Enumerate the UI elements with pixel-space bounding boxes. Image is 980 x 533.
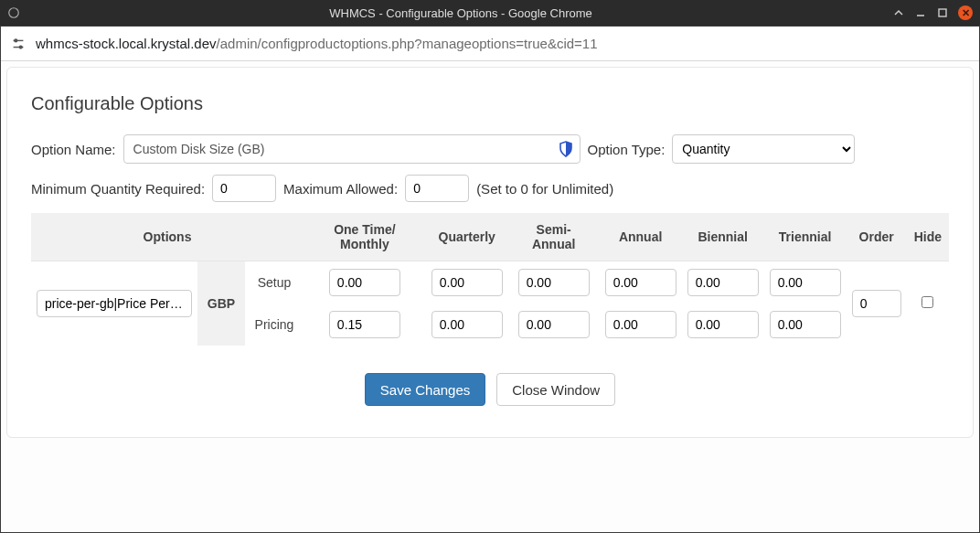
col-semi: Semi-Annual	[508, 213, 600, 261]
window-title: WHMCS - Configurable Options - Google Ch…	[29, 6, 892, 20]
address-bar: whmcs-stock.local.krystal.dev/admin/conf…	[1, 27, 979, 61]
col-biennial: Biennial	[682, 213, 764, 261]
col-annual: Annual	[600, 213, 682, 261]
col-hide: Hide	[907, 213, 949, 261]
svg-point-4	[15, 38, 17, 41]
save-button[interactable]: Save Changes	[365, 373, 485, 406]
col-onetime: One Time/ Monthly	[304, 213, 426, 261]
row-setup-label: Setup	[245, 261, 304, 304]
page-title: Configurable Options	[31, 93, 949, 114]
order-input[interactable]	[852, 290, 901, 317]
max-allowed-label: Maximum Allowed:	[283, 181, 398, 197]
option-type-label: Option Type:	[588, 142, 666, 157]
pricing-row-setup: GBP Setup	[31, 261, 949, 304]
svg-rect-2	[939, 9, 946, 16]
window-up-icon[interactable]	[892, 6, 905, 19]
setup-onetime-input[interactable]	[329, 269, 400, 296]
option-value-input[interactable]	[37, 290, 192, 317]
setup-triennial-input[interactable]	[770, 269, 841, 296]
max-allowed-input[interactable]	[405, 175, 469, 202]
pricing-table: Options One Time/ Monthly Quarterly Semi…	[31, 213, 949, 346]
setup-quarterly-input[interactable]	[431, 269, 503, 296]
min-qty-label: Minimum Quantity Required:	[31, 181, 205, 197]
pricing-annual-input[interactable]	[605, 311, 676, 338]
configurable-options-panel: Configurable Options Option Name: Option…	[6, 67, 974, 438]
app-menu-icon	[7, 6, 20, 19]
setup-semi-input[interactable]	[518, 269, 590, 296]
window-minimize-icon[interactable]	[914, 6, 927, 19]
pricing-biennial-input[interactable]	[687, 311, 759, 338]
window-close-icon[interactable]: ✕	[958, 5, 973, 20]
col-quarterly: Quarterly	[426, 213, 508, 261]
option-type-select[interactable]: Quantity	[672, 134, 855, 164]
url-domain: whmcs-stock.local.krystal.dev	[36, 36, 217, 51]
svg-point-0	[9, 8, 19, 18]
currency-label: GBP	[197, 261, 245, 346]
svg-point-6	[19, 46, 22, 48]
pricing-triennial-input[interactable]	[770, 311, 841, 338]
col-options: Options	[31, 213, 304, 261]
window-maximize-icon[interactable]	[936, 6, 949, 19]
pricing-onetime-input[interactable]	[329, 311, 400, 338]
window-titlebar: WHMCS - Configurable Options - Google Ch…	[0, 0, 980, 26]
hide-checkbox[interactable]	[921, 296, 933, 308]
setup-biennial-input[interactable]	[687, 269, 759, 296]
site-settings-icon[interactable]	[10, 36, 27, 52]
option-name-label: Option Name:	[31, 142, 116, 157]
url-display[interactable]: whmcs-stock.local.krystal.dev/admin/conf…	[36, 36, 598, 51]
col-triennial: Triennial	[764, 213, 847, 261]
pricing-semi-input[interactable]	[518, 311, 590, 338]
pricing-quarterly-input[interactable]	[431, 311, 503, 338]
close-button[interactable]: Close Window	[496, 373, 615, 406]
setup-annual-input[interactable]	[605, 269, 676, 296]
col-order: Order	[847, 213, 907, 261]
option-name-input[interactable]	[123, 134, 581, 164]
row-pricing-label: Pricing	[245, 304, 304, 346]
shield-icon	[559, 141, 573, 157]
unlimited-hint: (Set to 0 for Unlimited)	[476, 181, 613, 197]
url-path: /admin/configproductoptions.php?manageop…	[217, 36, 598, 51]
min-qty-input[interactable]	[212, 175, 276, 202]
